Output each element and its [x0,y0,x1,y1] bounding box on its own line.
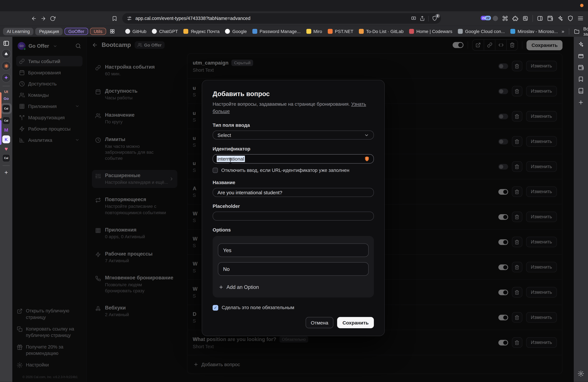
tab-group-gooffer[interactable]: Go [4,96,9,101]
search-tabs-icon[interactable] [522,15,528,21]
bookmark-item[interactable]: Miro [304,29,324,34]
option-input[interactable]: Yes [218,244,369,257]
divider [3,86,10,86]
cal-logo: Cal [2,105,10,113]
url-text[interactable]: app.cal.com/event-types/4743338?tabName=… [135,16,408,21]
name-label: Название [213,180,374,185]
bookmark-item[interactable]: Google [223,29,249,34]
plus-icon [219,285,224,290]
field-type-label: Тип поля ввода [213,122,374,128]
tab-k-app[interactable]: K [2,135,10,143]
bookmark-item[interactable]: GitHub [124,29,148,34]
bookmark-pill[interactable]: GoOffer [65,28,88,35]
bookmark-label: ChatGPT [159,29,178,34]
forward-button[interactable] [39,14,48,23]
bookmark-label: Home | Codewars [416,29,452,34]
bookmark-item[interactable]: Яндекс Почта [182,29,221,34]
tab-cal-2[interactable]: Cal [2,154,10,162]
reload-button[interactable] [48,14,57,23]
bookmark-item[interactable]: To-Do List · GitLab [357,29,405,34]
wallet-icon[interactable] [578,64,584,71]
bookmarks-right: » Все закладки [562,26,588,37]
bookmark-pill[interactable]: Utils [90,28,106,35]
bookmark-item[interactable]: ChatGPT [150,29,180,34]
save-page-icon[interactable] [411,16,416,21]
placeholder-label: Placeholder [213,203,374,209]
add-panel-icon[interactable] [578,99,584,106]
name-input[interactable] [213,188,374,197]
tab-group-utils[interactable]: Ut [4,90,8,94]
disable-on-prefill-checkbox[interactable] [213,168,218,173]
add-question-dialog: Добавить вопрос Настройте вопросы, задав… [202,80,385,336]
cancel-button[interactable]: Отмена [306,317,334,328]
identifier-input[interactable]: international [213,154,374,163]
bookmark-label: AI Learning [7,29,30,34]
bookmarks-overflow-chevrons[interactable]: » [562,28,564,34]
menu-icon[interactable] [578,15,584,21]
bookmark-favicon [252,29,257,34]
add-option-button[interactable]: Add an Option [218,281,369,295]
wallet-icon[interactable] [547,15,553,21]
bookmark-pill[interactable]: Редакция [35,28,63,35]
bookmark-item[interactable]: Password Manage... [251,29,302,34]
bookmarks-bar: AI Learning Редакция GoOffer Utils GitHu… [0,25,588,37]
bookmark-item[interactable]: PST.NET [326,29,355,34]
bookmark-item[interactable]: Home | Codewars [407,29,454,34]
options-panel: Yes No Add an Option [213,236,374,298]
required-checkbox[interactable] [213,305,218,311]
required-row[interactable]: Сделать это поле обязательным [213,305,374,311]
checkbox-label: Сделать это поле обязательным [222,305,294,311]
add-option-label: Add an Option [227,284,259,290]
bookmark-item[interactable]: Google Cloud con... [456,29,507,34]
bookmark-label: Яндекс Почта [191,29,220,34]
bookmark-apps-grid-icon[interactable] [110,28,115,34]
disable-on-prefill-row[interactable]: Отключить ввод, если URL-идентификатор у… [213,167,374,173]
bookmark-pill[interactable]: AI Learning [3,28,34,35]
reading-list-icon[interactable] [578,88,584,94]
extension-button-3[interactable] [493,16,498,21]
all-bookmarks-label[interactable]: Все закладки [583,26,588,37]
tab-cal-active[interactable]: Cal [1,103,12,114]
select-value: Select [218,132,231,138]
text-cursor [229,158,232,164]
bookmark-label: Password Manage... [260,29,300,34]
back-button[interactable] [29,14,39,23]
tab-panel-toggle-icon[interactable] [3,40,9,46]
bookmark-favicon [306,29,311,34]
bookmark-item[interactable]: Miroslav - Microso... [509,29,560,34]
new-tab-button[interactable]: + [4,169,8,176]
playlist-icon[interactable] [578,53,584,59]
extensions-puzzle-icon[interactable] [512,15,518,21]
vpn-shield-icon[interactable] [567,15,573,21]
address-bar[interactable]: app.cal.com/event-types/4743338?tabName=… [122,13,441,23]
divider [532,15,533,22]
leo-ai-icon[interactable] [578,41,584,47]
tab-gemini[interactable] [1,73,11,83]
tab-miro-m[interactable]: M [4,127,8,133]
toolbar-extensions: 22 22 [484,15,583,22]
brave-shields-button[interactable]: 2 [432,16,437,21]
bookmark-sidebar-button[interactable] [110,14,119,23]
option-input[interactable]: No [218,262,369,276]
leo-ai-icon[interactable] [557,15,563,21]
browser-titlebar [0,0,588,11]
field-type-select[interactable]: Select [213,131,374,140]
bookmarks-panel-icon[interactable] [578,76,584,82]
settings-gear-icon[interactable] [578,371,584,377]
tab-heart[interactable]: ♥ [5,146,8,151]
tab-group-bar-purple [0,120,1,145]
share-icon[interactable] [420,16,425,21]
sidebar-toggle-icon[interactable] [537,15,543,21]
bookmark-label: Miroslav - Microso... [518,29,558,34]
tab-starburst[interactable] [1,61,11,70]
bookmark-favicon [152,29,157,34]
tab-cal[interactable]: Cal [2,117,10,125]
placeholder-input[interactable] [213,212,374,221]
command-icon[interactable] [502,15,508,21]
password-manager-shield-icon[interactable] [364,156,370,162]
dialog-title: Добавить вопрос [213,90,374,98]
save-button[interactable]: Сохранить [337,317,374,328]
tab-boat[interactable] [1,49,11,59]
sparkle-gradient-icon [3,75,9,81]
options-label: Options [213,227,374,233]
